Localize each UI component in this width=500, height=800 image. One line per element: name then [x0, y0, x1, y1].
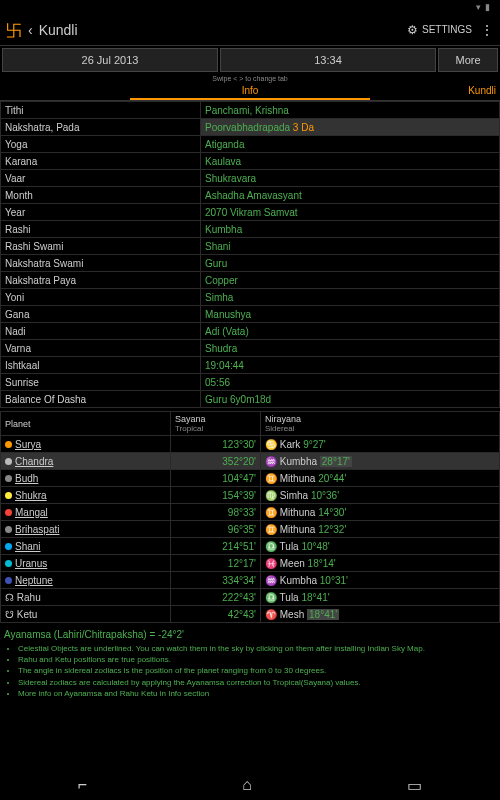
- planet-name: Brihaspati: [15, 524, 59, 535]
- tropical-col-header: SayanaTropical: [171, 412, 261, 436]
- nav-bar: ⌐ ⌂ ▭: [0, 770, 500, 800]
- app-title: Kundli: [39, 22, 407, 38]
- planet-cell[interactable]: Shukra: [1, 487, 171, 504]
- info-row: YoniSimha: [1, 289, 500, 306]
- planet-symbol-icon: ☋: [5, 609, 17, 620]
- sidereal-value: ♈ Mesh 18°41': [261, 606, 500, 623]
- ayanamsa-text: Ayanamsa (Lahiri/Chitrapaksha) = -24°2': [0, 623, 500, 643]
- info-table: TithiPanchami, Krishna Nakshatra, PadaPo…: [0, 101, 500, 408]
- planet-dot-icon: [5, 560, 12, 567]
- sidereal-value: ♊ Mithuna 20°44': [261, 470, 500, 487]
- sidereal-col-header: NirayanaSidereal: [261, 412, 500, 436]
- note-item: The angle in sidereal zodiacs is the pos…: [18, 665, 496, 676]
- info-value: Simha: [201, 289, 500, 306]
- info-value: Copper: [201, 272, 500, 289]
- planet-name: Uranus: [15, 558, 47, 569]
- info-value: Ashadha Amavasyant: [201, 187, 500, 204]
- info-row: Nakshatra, PadaPoorvabhadrapada 3 Da: [1, 119, 500, 136]
- battery-icon: ▮: [485, 2, 490, 12]
- sidereal-value: ♍ Simha 10°36': [261, 487, 500, 504]
- sidereal-value: ♎ Tula 10°48': [261, 538, 500, 555]
- planet-cell[interactable]: Surya: [1, 436, 171, 453]
- planet-name: Neptune: [15, 575, 53, 586]
- info-key: Varna: [1, 340, 201, 357]
- tab-kundli[interactable]: Kundli: [464, 83, 500, 100]
- info-row: NadiAdi (Vata): [1, 323, 500, 340]
- info-value: Manushya: [201, 306, 500, 323]
- info-value: Kaulava: [201, 153, 500, 170]
- sidereal-value: ♓ Meen 18°14': [261, 555, 500, 572]
- info-key: Tithi: [1, 102, 201, 119]
- planet-row: Budh104°47'♊ Mithuna 20°44': [1, 470, 500, 487]
- info-key: Nakshatra Swami: [1, 255, 201, 272]
- planet-row: Shukra154°39'♍ Simha 10°36': [1, 487, 500, 504]
- planet-cell[interactable]: Brihaspati: [1, 521, 171, 538]
- info-value: Adi (Vata): [201, 323, 500, 340]
- info-key: Nakshatra, Pada: [1, 119, 201, 136]
- sidereal-value: ♊ Mithuna 12°32': [261, 521, 500, 538]
- tropical-value: 12°17': [171, 555, 261, 572]
- notes-list: Celestial Objects are underlined. You ca…: [0, 643, 500, 703]
- settings-button[interactable]: ⚙ SETTINGS: [407, 23, 472, 37]
- info-row: Nakshatra PayaCopper: [1, 272, 500, 289]
- sidereal-value: ♒ Kumbha 28°17': [261, 453, 500, 470]
- note-item: More info on Ayanamsa and Rahu Ketu in I…: [18, 688, 496, 699]
- info-value: 2070 Vikram Samvat: [201, 204, 500, 221]
- planet-name: Shukra: [15, 490, 47, 501]
- date-button[interactable]: 26 Jul 2013: [2, 48, 218, 72]
- planet-table: Planet SayanaTropical NirayanaSidereal S…: [0, 411, 500, 623]
- info-row: KaranaKaulava: [1, 153, 500, 170]
- planet-header-row: Planet SayanaTropical NirayanaSidereal: [1, 412, 500, 436]
- planet-row: Shani214°51'♎ Tula 10°48': [1, 538, 500, 555]
- info-value: Poorvabhadrapada 3 Da: [201, 119, 500, 136]
- overflow-menu-icon[interactable]: ⋮: [480, 22, 494, 38]
- planet-cell[interactable]: Mangal: [1, 504, 171, 521]
- tab-info[interactable]: Info: [130, 83, 370, 100]
- nav-recent-icon[interactable]: ▭: [407, 776, 422, 795]
- info-row: MonthAshadha Amavasyant: [1, 187, 500, 204]
- more-button[interactable]: More: [438, 48, 498, 72]
- note-item: Rahu and Ketu positions are true positio…: [18, 654, 496, 665]
- tropical-value: 42°43': [171, 606, 261, 623]
- planet-dot-icon: [5, 475, 12, 482]
- info-value: 05:56: [201, 374, 500, 391]
- tropical-value: 214°51': [171, 538, 261, 555]
- swipe-hint: Swipe < > to change tab: [0, 74, 500, 83]
- sidereal-value: ♊ Mithuna 14°30': [261, 504, 500, 521]
- nav-back-icon[interactable]: ⌐: [78, 776, 87, 794]
- planet-cell[interactable]: Uranus: [1, 555, 171, 572]
- info-value: 19:04:44: [201, 357, 500, 374]
- info-key: Karana: [1, 153, 201, 170]
- nav-home-icon[interactable]: ⌂: [242, 776, 252, 794]
- planet-name: Surya: [15, 439, 41, 450]
- info-key: Year: [1, 204, 201, 221]
- planet-cell[interactable]: Neptune: [1, 572, 171, 589]
- info-key: Ishtkaal: [1, 357, 201, 374]
- planet-name: Ketu: [17, 609, 38, 620]
- back-icon[interactable]: ‹: [28, 22, 33, 38]
- info-key: Balance Of Dasha: [1, 391, 201, 408]
- planet-cell[interactable]: Chandra: [1, 453, 171, 470]
- tropical-value: 222°43': [171, 589, 261, 606]
- planet-name: Budh: [15, 473, 38, 484]
- planet-name: Mangal: [15, 507, 48, 518]
- planet-cell[interactable]: Budh: [1, 470, 171, 487]
- info-row: Nakshatra SwamiGuru: [1, 255, 500, 272]
- info-row: GanaManushya: [1, 306, 500, 323]
- tab-row: Info Kundli: [0, 83, 500, 101]
- info-value: Shani: [201, 238, 500, 255]
- settings-label: SETTINGS: [422, 24, 472, 35]
- planet-row: Chandra352°20'♒ Kumbha 28°17': [1, 453, 500, 470]
- tropical-value: 98°33': [171, 504, 261, 521]
- planet-cell[interactable]: ☋ Ketu: [1, 606, 171, 623]
- time-button[interactable]: 13:34: [220, 48, 436, 72]
- info-row: TithiPanchami, Krishna: [1, 102, 500, 119]
- info-value: Shukravara: [201, 170, 500, 187]
- planet-row: ☊ Rahu222°43'♎ Tula 18°41': [1, 589, 500, 606]
- planet-cell[interactable]: ☊ Rahu: [1, 589, 171, 606]
- info-key: Rashi Swami: [1, 238, 201, 255]
- planet-cell[interactable]: Shani: [1, 538, 171, 555]
- toolbar: 26 Jul 2013 13:34 More: [0, 46, 500, 74]
- planet-row: Surya123°30'♋ Kark 9°27': [1, 436, 500, 453]
- tropical-value: 104°47': [171, 470, 261, 487]
